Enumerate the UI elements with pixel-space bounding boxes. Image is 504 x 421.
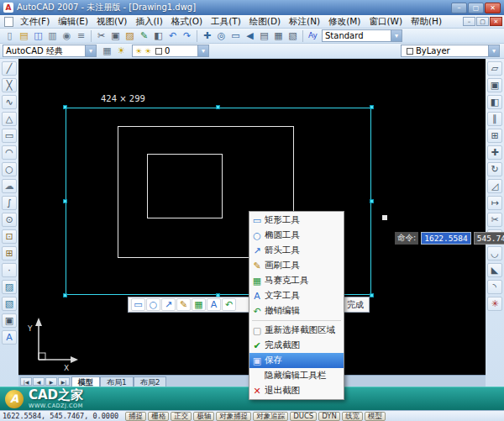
pan-icon[interactable]: ✚ bbox=[200, 29, 214, 43]
menu-item[interactable]: 绘图(D) bbox=[245, 16, 285, 28]
open-file-icon[interactable]: ▤ bbox=[17, 29, 31, 43]
designcenter-icon[interactable]: ▦ bbox=[271, 29, 286, 43]
point-icon[interactable]: · bbox=[2, 263, 17, 277]
menu-mosaic-tool[interactable]: ▦ 马赛克工具 bbox=[249, 273, 344, 288]
maximize-button[interactable]: ▢ bbox=[468, 3, 484, 13]
arc-icon[interactable]: ◠ bbox=[2, 145, 17, 160]
layout-tab[interactable]: 布局1 bbox=[100, 376, 134, 387]
menu-ellipse-tool[interactable]: ○ 椭圆工具 bbox=[249, 228, 344, 243]
menu-item[interactable]: 视图(V) bbox=[92, 16, 131, 28]
stretch-icon[interactable]: ↦ bbox=[487, 196, 502, 210]
cap-arrow-tool-icon[interactable]: ↗ bbox=[161, 298, 176, 311]
block-editor-icon[interactable]: ◧ bbox=[151, 29, 165, 43]
trim-icon[interactable]: ✂ bbox=[487, 213, 502, 227]
plot-icon[interactable]: ▥ bbox=[45, 29, 60, 43]
menu-arrow-tool[interactable]: ↗ 箭头工具 bbox=[249, 243, 344, 258]
selection-handle[interactable] bbox=[370, 199, 374, 203]
selection-handle[interactable] bbox=[63, 105, 67, 109]
construction-line-icon[interactable]: ╳ bbox=[2, 78, 17, 92]
cap-mosaic-tool-icon[interactable]: ▦ bbox=[192, 298, 206, 311]
menu-item[interactable]: 修改(M) bbox=[324, 16, 365, 28]
menu-undo-edit[interactable]: ↶ 撤销编辑 bbox=[249, 303, 344, 318]
status-toggle-button[interactable]: 对象捕捉 bbox=[216, 412, 251, 421]
status-toggle-button[interactable]: 捕捉 bbox=[125, 412, 146, 421]
child-restore-button[interactable]: ▢ bbox=[476, 17, 489, 26]
text-style-combo[interactable]: Standard bbox=[322, 29, 402, 42]
publish-icon[interactable]: ≡ bbox=[74, 29, 88, 43]
menu-item[interactable]: 帮助(H) bbox=[407, 16, 446, 28]
tab-nav-button[interactable]: ▶| bbox=[58, 377, 70, 386]
mirror-icon[interactable]: ◧ bbox=[487, 95, 502, 109]
selection-handle[interactable] bbox=[63, 199, 67, 203]
mtext-icon[interactable]: A bbox=[2, 330, 17, 345]
layout-tab[interactable]: 布局2 bbox=[134, 376, 167, 387]
capture-done-button[interactable]: 完成 bbox=[344, 299, 366, 311]
minimize-button[interactable]: – bbox=[451, 3, 467, 13]
menu-save[interactable]: ▣ 保存 bbox=[249, 353, 344, 368]
cap-brush-tool-icon[interactable]: ✎ bbox=[176, 298, 191, 311]
offset-icon[interactable]: ∥ bbox=[487, 112, 502, 126]
tab-nav-button[interactable]: |◀ bbox=[20, 377, 32, 386]
selection-handle[interactable] bbox=[370, 105, 374, 109]
menu-item[interactable]: 工具(T) bbox=[207, 16, 245, 28]
status-toggle-button[interactable]: 模型 bbox=[365, 412, 386, 421]
cap-text-tool-icon[interactable]: A bbox=[207, 298, 221, 311]
menu-item[interactable]: 插入(I) bbox=[131, 16, 166, 28]
menu-brush-tool[interactable]: ✎ 画刷工具 bbox=[249, 258, 344, 273]
menu-item[interactable]: 编辑(E) bbox=[54, 16, 92, 28]
fillet-icon[interactable]: ◝ bbox=[487, 280, 502, 294]
zoom-realtime-icon[interactable]: ◎ bbox=[214, 29, 228, 43]
cut-icon[interactable]: ✂ bbox=[94, 29, 108, 43]
zoom-previous-icon[interactable]: ◀ bbox=[243, 29, 257, 43]
redo-icon[interactable]: ↷ bbox=[180, 29, 194, 43]
save-icon[interactable]: ◫ bbox=[31, 29, 45, 43]
status-toggle-button[interactable]: 线宽 bbox=[342, 412, 363, 421]
status-toggle-button[interactable]: DYN bbox=[318, 412, 340, 421]
selection-handle[interactable] bbox=[216, 105, 220, 109]
color-combo[interactable]: ByLayer bbox=[401, 45, 500, 57]
tab-nav-button[interactable]: ▶ bbox=[45, 377, 57, 386]
hatch-icon[interactable]: ▨ bbox=[2, 280, 17, 294]
menu-exit-capture[interactable]: ✕ 退出截图 bbox=[249, 383, 344, 398]
rotate-icon[interactable]: ↻ bbox=[487, 162, 502, 176]
cap-undo-icon[interactable]: ↶ bbox=[222, 298, 236, 311]
rectangle-icon[interactable]: ▭ bbox=[2, 129, 17, 143]
drawing-file-icon[interactable] bbox=[4, 17, 13, 27]
menu-rect-tool[interactable]: ▭ 矩形工具 bbox=[249, 213, 344, 228]
layer-combo[interactable]: ☀ ☀ 0 bbox=[132, 45, 209, 57]
array-icon[interactable]: ⊞ bbox=[487, 129, 502, 143]
workspace-combo[interactable]: AutoCAD 经典 bbox=[3, 45, 97, 57]
menu-hide-toolbar[interactable]: 隐藏编辑工具栏 bbox=[249, 368, 344, 383]
match-properties-icon[interactable]: ✎ bbox=[137, 29, 151, 43]
layer-properties-icon[interactable]: ▦ bbox=[100, 45, 114, 58]
new-file-icon[interactable]: ▯ bbox=[3, 29, 17, 43]
tab-nav-button[interactable]: ◀ bbox=[33, 377, 45, 386]
insert-block-icon[interactable]: ⊡ bbox=[2, 229, 17, 244]
revcloud-icon[interactable]: ☁ bbox=[2, 179, 17, 193]
copy-icon[interactable]: ▣ bbox=[108, 29, 123, 43]
layer-states-icon[interactable]: ☀ bbox=[114, 45, 129, 58]
erase-icon[interactable]: ▱ bbox=[487, 61, 502, 76]
status-toggle-button[interactable]: DUCS bbox=[290, 412, 317, 421]
ellipse-icon[interactable]: ⊙ bbox=[2, 213, 17, 227]
circle-icon[interactable]: ○ bbox=[2, 162, 17, 176]
polyline-icon[interactable]: ∿ bbox=[2, 95, 17, 109]
explode-icon[interactable]: ✳ bbox=[487, 297, 502, 311]
child-minimize-button[interactable]: – bbox=[463, 17, 475, 26]
spline-icon[interactable]: ∫ bbox=[2, 196, 17, 210]
menu-text-tool[interactable]: A 文字工具 bbox=[249, 288, 344, 303]
dyn-x-value[interactable]: 1622.5584 bbox=[421, 232, 470, 245]
region-icon[interactable]: ▣ bbox=[2, 313, 17, 328]
line-icon[interactable]: ╱ bbox=[2, 61, 17, 76]
cap-ellipse-tool-icon[interactable]: ○ bbox=[146, 298, 160, 311]
zoom-window-icon[interactable]: ▭ bbox=[228, 29, 243, 43]
properties-icon[interactable]: ▤ bbox=[257, 29, 271, 43]
move-icon[interactable]: ✚ bbox=[487, 145, 502, 160]
status-toggle-button[interactable]: 极轴 bbox=[193, 412, 214, 421]
break-icon[interactable]: ◡ bbox=[487, 246, 502, 260]
copy-object-icon[interactable]: ▣ bbox=[487, 78, 502, 92]
menu-item[interactable]: 格式(O) bbox=[167, 16, 207, 28]
text-style-icon[interactable]: Ay bbox=[306, 29, 320, 43]
gradient-icon[interactable]: ▧ bbox=[2, 297, 17, 311]
menu-item[interactable]: 窗口(W) bbox=[365, 16, 407, 28]
